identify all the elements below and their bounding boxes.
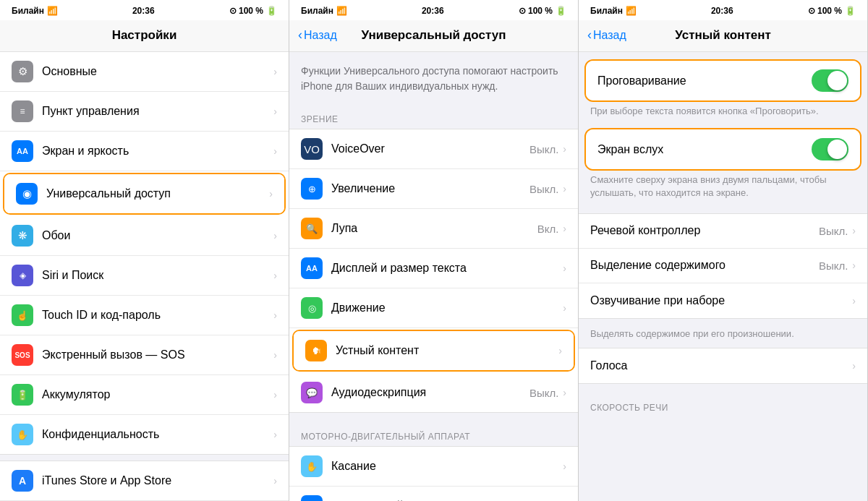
zoom-label: Увеличение [331, 182, 529, 195]
battery-percent-2: ⊙ 100 % [519, 6, 553, 16]
spoken-icon: 🗣 [305, 340, 327, 361]
voices-group: Голоса › [579, 348, 867, 384]
time-1: 20:36 [132, 6, 155, 16]
speak-screen-toggle-knob [827, 140, 847, 159]
settings-item-control-center[interactable]: ≡ Пункт управления › [0, 92, 289, 132]
siri-icon: ◈ [12, 265, 33, 286]
speak-selection-toggle[interactable] [812, 69, 848, 92]
spoken-item-voices[interactable]: Голоса › [579, 348, 867, 383]
back-label-3: Назад [593, 29, 626, 42]
settings-item-itunes[interactable]: A iTunes Store и App Store › [0, 461, 289, 501]
settings-list[interactable]: ⚙ Основные › ≡ Пункт управления › AA Экр… [0, 52, 289, 501]
carrier-3: Билайн [590, 6, 623, 16]
spoken-item-speak-selection[interactable]: Проговаривание [586, 61, 860, 100]
time-3: 20:36 [711, 6, 733, 16]
settings-item-general[interactable]: ⚙ Основные › [0, 52, 289, 92]
settings-item-sos[interactable]: SOS Экстренный вызов — SOS › [0, 335, 289, 375]
status-left-3: Билайн 📶 [590, 6, 637, 16]
spoken-item-speak-screen[interactable]: Экран вслух [586, 129, 860, 169]
section-header-vision: ЗРЕНИЕ [289, 101, 578, 129]
status-right-3: ⊙ 100 % 🔋 [808, 6, 856, 16]
speak-screen-label: Экран вслух [597, 143, 812, 156]
bottom-settings-group: A iTunes Store и App Store › ▣ Wallet и … [0, 461, 289, 501]
spoken-chevron: › [558, 345, 562, 356]
magnifier-icon: 🔍 [301, 218, 323, 239]
touchid-chevron: › [273, 309, 277, 321]
accessibility-chevron: › [269, 188, 273, 200]
spoken-item-controller[interactable]: Речевой контроллер Выкл. › [579, 214, 867, 249]
touch-label: Касание [331, 460, 563, 473]
back-label-2: Назад [304, 29, 337, 42]
settings-item-battery[interactable]: 🔋 Аккумулятор › [0, 375, 289, 415]
typing-feedback-label: Озвучивание при наборе [590, 294, 852, 307]
accessibility-item-magnifier[interactable]: 🔍 Лупа Вкл. › [289, 209, 578, 249]
magnifier-value: Вкл. [537, 223, 559, 235]
accessibility-item-displaytext[interactable]: AA Дисплей и размер текста › [289, 249, 578, 288]
accessibility-item-spoken[interactable]: 🗣 Устный контент › [294, 331, 574, 370]
speak-selection-highlight: Проговаривание [584, 59, 861, 102]
accessibility-content[interactable]: Функции Универсального доступа помогают … [289, 52, 578, 501]
motor-group: ✋ Касание › ⊞ Виртуальный контроллер Вык… [289, 446, 578, 501]
accessibility-label: Универсальный доступ [46, 187, 269, 200]
battery-icon-2: 🔋 [556, 6, 566, 16]
highlight-content-chevron: › [852, 260, 856, 271]
switchcontrol-icon: ⊞ [301, 495, 323, 501]
speak-screen-description: Смахните сверху экрана вниз двумя пальца… [579, 171, 867, 207]
page-title-3: Устный контент [675, 28, 771, 43]
status-right-2: ⊙ 100 % 🔋 [519, 6, 566, 16]
itunes-chevron: › [273, 475, 277, 487]
accessibility-item-voiceover[interactable]: VO VoiceOver Выкл. › [289, 129, 578, 169]
wallpaper-icon: ❋ [12, 225, 33, 247]
itunes-label: iTunes Store и App Store [42, 474, 273, 487]
touch-chevron: › [563, 461, 566, 472]
audiodesc-icon: 💬 [301, 382, 323, 403]
spoken-item-highlight[interactable]: Выделение содержимого Выкл. › [579, 249, 867, 283]
display-label: Экран и яркость [42, 145, 273, 158]
zoom-value: Выкл. [529, 183, 558, 195]
settings-item-privacy[interactable]: ✋ Конфиденциальность › [0, 415, 289, 454]
zoom-chevron: › [563, 183, 566, 194]
status-left-1: Билайн 📶 [12, 6, 58, 16]
main-settings-group: ⚙ Основные › ≡ Пункт управления › AA Экр… [0, 52, 289, 455]
status-left-2: Билайн 📶 [301, 6, 347, 16]
speak-selection-toggle-knob [827, 71, 847, 90]
audiodesc-value: Выкл. [529, 387, 558, 399]
back-button-3[interactable]: ‹ Назад [587, 27, 626, 43]
speech-options-group: Речевой контроллер Выкл. › Выделение сод… [579, 213, 867, 319]
privacy-icon: ✋ [12, 424, 33, 445]
voiceover-label: VoiceOver [331, 142, 529, 155]
battery-icon-s1: 🔋 [12, 384, 33, 406]
touchid-icon: ☝ [12, 304, 33, 326]
settings-item-siri[interactable]: ◈ Siri и Поиск › [0, 256, 289, 296]
spoken-content[interactable]: Проговаривание При выборе текста появитс… [579, 52, 867, 501]
general-chevron: › [273, 66, 277, 77]
accessibility-item-audiodesc[interactable]: 💬 Аудиодескрипция Выкл. › [289, 373, 578, 412]
privacy-label: Конфиденциальность [42, 428, 273, 441]
screen-accessibility: Билайн 📶 20:36 ⊙ 100 % 🔋 ‹ Назад Универс… [289, 0, 579, 501]
accessibility-item-motion[interactable]: ◎ Движение › [289, 288, 578, 328]
accessibility-item-zoom[interactable]: ⊕ Увеличение Выкл. › [289, 169, 578, 209]
settings-item-display[interactable]: AA Экран и яркость › [0, 132, 289, 171]
accessibility-icon: ◉ [16, 183, 38, 205]
battery-label: Аккумулятор [42, 388, 273, 401]
spoken-highlight-container: 🗣 Устный контент › [292, 330, 575, 372]
battery-percent-1: ⊙ 100 % [229, 6, 263, 16]
accessibility-item-touch[interactable]: ✋ Касание › [289, 447, 578, 487]
section-header-speech-rate: СКОРОСТЬ РЕЧИ [579, 390, 867, 417]
speak-selection-label: Проговаривание [597, 74, 812, 87]
wifi-icon-3: 📶 [626, 6, 637, 16]
settings-item-wallpaper[interactable]: ❋ Обои › [0, 216, 289, 256]
siri-chevron: › [273, 270, 277, 281]
speak-screen-toggle[interactable] [812, 138, 848, 160]
settings-item-touchid[interactable]: ☝ Touch ID и код-пароль › [0, 296, 289, 335]
display-icon: AA [12, 140, 33, 162]
settings-item-accessibility[interactable]: ◉ Универсальный доступ › [4, 174, 284, 213]
battery-percent-3: ⊙ 100 % [808, 6, 842, 16]
wallpaper-label: Обои [42, 229, 273, 242]
carrier-2: Билайн [301, 6, 333, 16]
voiceover-value: Выкл. [529, 143, 558, 155]
back-button-2[interactable]: ‹ Назад [298, 27, 337, 43]
highlight-content-label: Выделение содержимого [590, 259, 819, 272]
spoken-item-typing[interactable]: Озвучивание при наборе › [579, 283, 867, 318]
accessibility-item-switchcontrol[interactable]: ⊞ Виртуальный контроллер Выкл. › [289, 487, 578, 501]
